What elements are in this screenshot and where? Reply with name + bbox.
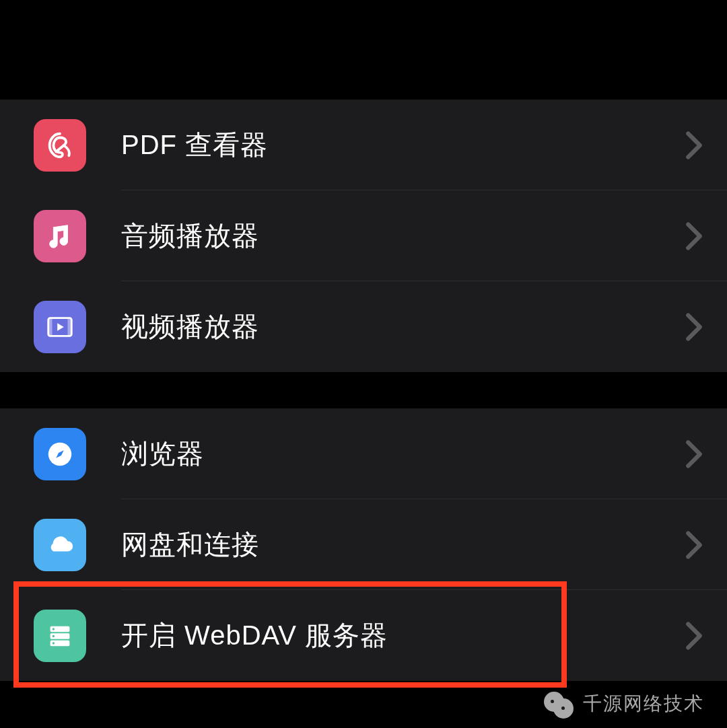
chevron-right-icon — [685, 313, 703, 341]
svg-point-9 — [53, 642, 55, 644]
row-cloud-connections[interactable]: 网盘和连接 — [0, 499, 727, 590]
status-bar — [0, 0, 727, 63]
row-browser[interactable]: 浏览器 — [0, 408, 727, 499]
wechat-icon — [544, 689, 574, 719]
svg-rect-1 — [48, 318, 53, 336]
row-label: 网盘和连接 — [121, 526, 685, 563]
row-label: 开启 WebDAV 服务器 — [121, 617, 685, 654]
settings-section-network: 浏览器 网盘和连接 开启 WebDAV 服务器 — [0, 408, 727, 681]
row-video-player[interactable]: 视频播放器 — [0, 281, 727, 372]
row-label: 浏览器 — [121, 435, 685, 472]
row-audio-player[interactable]: 音频播放器 — [0, 190, 727, 281]
row-webdav-server[interactable]: 开启 WebDAV 服务器 — [0, 590, 727, 681]
chevron-right-icon — [685, 131, 703, 159]
chevron-right-icon — [685, 622, 703, 650]
row-label: PDF 查看器 — [121, 126, 685, 163]
video-icon — [34, 301, 86, 353]
compass-icon — [34, 428, 86, 480]
server-icon — [34, 610, 86, 662]
pdf-icon — [34, 119, 86, 172]
chevron-right-icon — [685, 531, 703, 559]
svg-point-8 — [53, 634, 55, 636]
music-icon — [34, 210, 86, 262]
cloud-icon — [34, 519, 86, 571]
svg-point-7 — [53, 628, 55, 630]
row-pdf-viewer[interactable]: PDF 查看器 — [0, 100, 727, 190]
chevron-right-icon — [685, 440, 703, 468]
row-label: 视频播放器 — [121, 308, 685, 345]
settings-section-viewers: PDF 查看器 音频播放器 视频播放器 — [0, 100, 727, 372]
row-label: 音频播放器 — [121, 217, 685, 254]
watermark: 千源网络技术 — [544, 689, 704, 719]
chevron-right-icon — [685, 222, 703, 250]
watermark-text: 千源网络技术 — [583, 691, 704, 717]
svg-rect-2 — [68, 318, 72, 336]
